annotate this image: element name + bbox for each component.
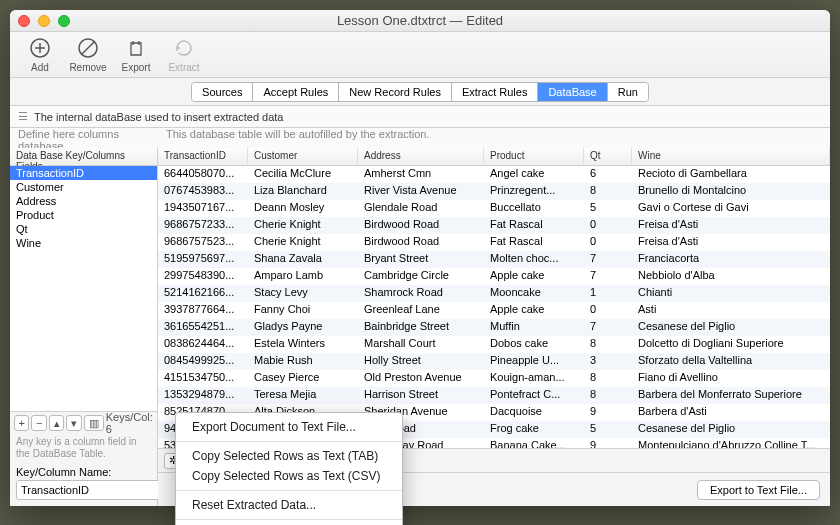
column-header[interactable]: Qt: [584, 148, 632, 165]
cell: Greenleaf Lane: [358, 302, 484, 319]
table-row[interactable]: 5195975697...Shana ZavalaBryant StreetMo…: [158, 251, 830, 268]
key-item[interactable]: Qt: [10, 222, 157, 236]
refresh-icon: [172, 36, 196, 60]
cell: 1943507167...: [158, 200, 248, 217]
menu-item[interactable]: Export Document to Text File...: [176, 417, 402, 437]
tab-extract-rules[interactable]: Extract Rules: [452, 83, 538, 101]
app-window: Lesson One.dtxtrct — Edited Add Remove E…: [10, 10, 830, 506]
cell: Shana Zavala: [248, 251, 358, 268]
remove-button[interactable]: Remove: [66, 36, 110, 73]
tab-accept-rules[interactable]: Accept Rules: [253, 83, 339, 101]
zoom-icon[interactable]: [58, 15, 70, 27]
cell: Fanny Choi: [248, 302, 358, 319]
table-row[interactable]: 0767453983...Liza BlanchardRiver Vista A…: [158, 183, 830, 200]
cell: Molten choc...: [484, 251, 584, 268]
column-header[interactable]: Address: [358, 148, 484, 165]
move-up-button[interactable]: ▴: [49, 415, 64, 431]
table-row[interactable]: 9686757523...Cherie KnightBirdwood RoadF…: [158, 234, 830, 251]
table-row[interactable]: 3937877664...Fanny ChoiGreenleaf LaneApp…: [158, 302, 830, 319]
table-row[interactable]: 9686757233...Cherie KnightBirdwood RoadF…: [158, 217, 830, 234]
cell: Cherie Knight: [248, 217, 358, 234]
column-header[interactable]: Customer: [248, 148, 358, 165]
cell: Barbera del Monferrato Superiore: [632, 387, 830, 404]
key-item[interactable]: Address: [10, 194, 157, 208]
cell: 9686757523...: [158, 234, 248, 251]
keys-header[interactable]: Data Base Key/Columns Fields: [10, 148, 157, 166]
key-item[interactable]: Customer: [10, 180, 157, 194]
cell: Buccellato: [484, 200, 584, 217]
grid-body[interactable]: 6644058070...Cecilia McClureAmherst CmnA…: [158, 166, 830, 448]
cell: 0767453983...: [158, 183, 248, 200]
tab-bar: SourcesAccept RulesNew Record RulesExtra…: [10, 78, 830, 106]
tab-database[interactable]: DataBase: [538, 83, 607, 101]
key-item[interactable]: Wine: [10, 236, 157, 250]
cell: Nebbiolo d'Alba: [632, 268, 830, 285]
cell: Cecilia McClure: [248, 166, 358, 183]
add-button[interactable]: Add: [18, 36, 62, 73]
context-menu[interactable]: Export Document to Text File...Copy Sele…: [175, 412, 403, 525]
cell: Brunello di Montalcino: [632, 183, 830, 200]
cell: 4151534750...: [158, 370, 248, 387]
keyname-input[interactable]: [16, 480, 164, 500]
cell: Franciacorta: [632, 251, 830, 268]
cell: Marshall Court: [358, 336, 484, 353]
close-icon[interactable]: [18, 15, 30, 27]
hint-bar: Define here columns database This databa…: [10, 128, 830, 148]
minimize-icon[interactable]: [38, 15, 50, 27]
table-row[interactable]: 0838624464...Estela WintersMarshall Cour…: [158, 336, 830, 353]
column-header[interactable]: Product: [484, 148, 584, 165]
titlebar[interactable]: Lesson One.dtxtrct — Edited: [10, 10, 830, 32]
cell: Cesanese del Piglio: [632, 421, 830, 438]
cell: 7: [584, 268, 632, 285]
cell: Muffin: [484, 319, 584, 336]
cell: 8: [584, 370, 632, 387]
cell: Gladys Payne: [248, 319, 358, 336]
cell: 9686757233...: [158, 217, 248, 234]
export-button[interactable]: Export: [114, 36, 158, 73]
tab-run[interactable]: Run: [608, 83, 648, 101]
cell: Mabie Rush: [248, 353, 358, 370]
move-down-button[interactable]: ▾: [66, 415, 81, 431]
cell: Prinzregent...: [484, 183, 584, 200]
menu-item[interactable]: Copy Selected Rows as Text (CSV): [176, 466, 402, 486]
cell: 0: [584, 217, 632, 234]
menu-item[interactable]: Reset Extracted Data...: [176, 495, 402, 515]
table-row[interactable]: 5214162166...Stacy LevyShamrock RoadMoon…: [158, 285, 830, 302]
table-row[interactable]: 2997548390...Amparo LambCambridge Circle…: [158, 268, 830, 285]
cell: 0838624464...: [158, 336, 248, 353]
cell: Birdwood Road: [358, 217, 484, 234]
table-row[interactable]: 4151534750...Casey PierceOld Preston Ave…: [158, 370, 830, 387]
info-text: The internal dataBase used to insert ext…: [34, 111, 284, 123]
cell: 3937877664...: [158, 302, 248, 319]
add-key-button[interactable]: +: [14, 415, 29, 431]
plus-circle-icon: [28, 36, 52, 60]
table-row[interactable]: 3616554251...Gladys PayneBainbridge Stre…: [158, 319, 830, 336]
key-item[interactable]: Product: [10, 208, 157, 222]
key-item[interactable]: TransactionID: [10, 166, 157, 180]
svg-line-4: [82, 42, 94, 54]
grid-header[interactable]: TransactionIDCustomerAddressProductQtWin…: [158, 148, 830, 166]
menu-item[interactable]: Copy Selected Rows as Text (TAB): [176, 446, 402, 466]
table-row[interactable]: 0845499925...Mabie RushHolly StreetPinea…: [158, 353, 830, 370]
table-row[interactable]: 1353294879...Teresa MejiaHarrison Street…: [158, 387, 830, 404]
hint-right: This database table will be autofilled b…: [166, 128, 430, 148]
remove-key-button[interactable]: −: [31, 415, 46, 431]
cell: Amherst Cmn: [358, 166, 484, 183]
export-icon: [124, 36, 148, 60]
cell: 9: [584, 438, 632, 448]
column-header[interactable]: TransactionID: [158, 148, 248, 165]
tab-sources[interactable]: Sources: [192, 83, 253, 101]
export-text-button[interactable]: Export to Text File...: [697, 480, 820, 500]
table-row[interactable]: 1943507167...Deann MosleyGlendale RoadBu…: [158, 200, 830, 217]
cell: 7: [584, 251, 632, 268]
table-row[interactable]: 6644058070...Cecilia McClureAmherst CmnA…: [158, 166, 830, 183]
tab-new-record-rules[interactable]: New Record Rules: [339, 83, 452, 101]
cell: Recioto di Gambellara: [632, 166, 830, 183]
cell: Stacy Levy: [248, 285, 358, 302]
column-header[interactable]: Wine: [632, 148, 830, 165]
keys-list[interactable]: TransactionIDCustomerAddressProductQtWin…: [10, 166, 157, 411]
keys-panel: Data Base Key/Columns Fields Transaction…: [10, 148, 158, 506]
window-title: Lesson One.dtxtrct — Edited: [10, 13, 830, 28]
cell: Bryant Street: [358, 251, 484, 268]
columns-icon[interactable]: ▥: [84, 415, 104, 431]
